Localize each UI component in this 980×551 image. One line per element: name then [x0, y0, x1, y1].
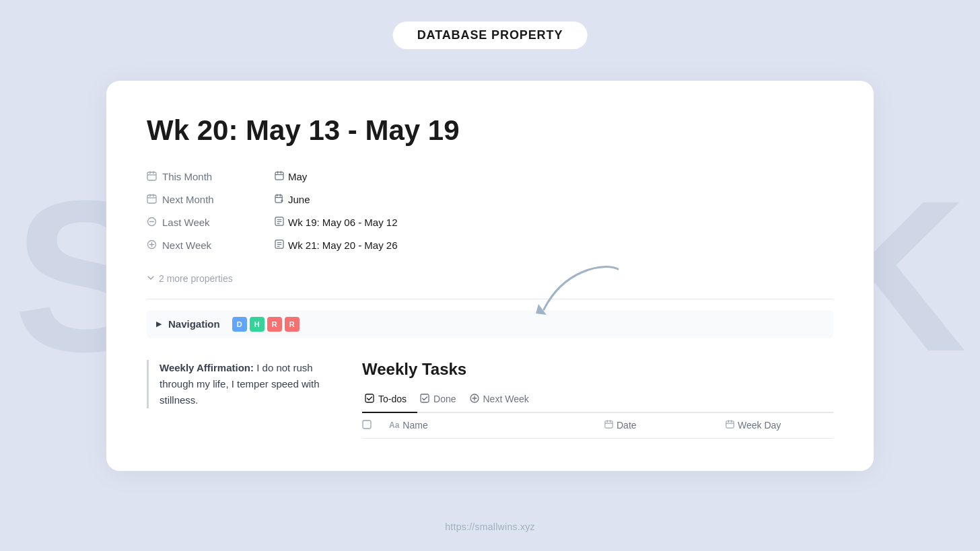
th-check [362, 420, 389, 431]
weekly-tasks-section: Weekly Tasks To-dos Done [362, 360, 833, 439]
weekly-tasks-title: Weekly Tasks [362, 360, 833, 379]
top-label: DATABASE PROPERTY [393, 22, 588, 49]
main-card: Wk 20: May 13 - May 19 This Month [106, 81, 874, 471]
tab-done-label: Done [433, 394, 456, 404]
val-icon-next-month [275, 194, 284, 205]
divider-1 [147, 299, 833, 299]
svg-rect-8 [147, 195, 156, 203]
prop-value-next-month: June [275, 194, 310, 205]
avatar-r2: R [285, 317, 300, 332]
property-row-this-month: This Month May [147, 166, 833, 188]
th-name: Aa Name [389, 420, 604, 431]
tab-todos-icon [365, 394, 374, 405]
navigation-row[interactable]: ▶ Navigation D H R R [147, 310, 833, 338]
calendar-icon-next-month [147, 194, 157, 206]
prop-label-text-next-week: Next Week [162, 240, 211, 251]
val-text-this-month: May [288, 171, 307, 182]
svg-rect-34 [363, 420, 371, 429]
prop-label-next-month: Next Month [147, 194, 275, 206]
prop-label-last-week: Last Week [147, 217, 275, 229]
svg-rect-0 [147, 172, 156, 180]
val-text-next-week: Wk 21: May 20 - May 26 [288, 240, 398, 251]
footer-url: https://smallwins.xyz [445, 521, 534, 532]
val-text-next-month: June [288, 194, 310, 205]
calendar-icon-this-month [147, 171, 157, 183]
tab-done[interactable]: Done [417, 388, 466, 413]
th-date: Date [604, 420, 726, 431]
page-title: Wk 20: May 13 - May 19 [147, 114, 833, 147]
tab-next-week-icon [470, 394, 479, 405]
tab-todos-label: To-dos [378, 394, 407, 404]
affirmation-bold: Weekly Affirmation: [160, 362, 254, 373]
bottom-section: Weekly Affirmation: I do not rush throug… [147, 360, 833, 439]
avatar-d: D [232, 317, 247, 332]
prop-label-text-next-month: Next Month [162, 194, 214, 205]
nav-triangle-icon: ▶ [156, 320, 162, 328]
th-date-icon [604, 420, 613, 431]
properties-section: This Month May [147, 166, 833, 257]
prop-label-text-last-week: Last Week [162, 217, 210, 228]
val-icon-next-week [275, 240, 284, 251]
svg-rect-35 [605, 421, 612, 428]
task-tabs: To-dos Done Next Week [362, 388, 833, 413]
th-name-icon: Aa [389, 420, 399, 430]
prop-label-text-this-month: This Month [162, 171, 212, 182]
val-icon-this-month [275, 171, 284, 182]
affirmation-text: Weekly Affirmation: I do not rush throug… [160, 360, 335, 408]
prop-value-last-week: Wk 19: May 06 - May 12 [275, 217, 398, 228]
val-icon-last-week [275, 217, 284, 228]
nav-label-text: Navigation [168, 318, 220, 330]
tab-next-week-label: Next Week [483, 394, 529, 404]
svg-rect-39 [726, 421, 734, 428]
svg-rect-30 [421, 394, 429, 402]
affirmation-block: Weekly Affirmation: I do not rush throug… [147, 360, 335, 408]
svg-rect-4 [275, 172, 283, 180]
property-row-next-month: Next Month June [147, 188, 833, 211]
prop-label-next-week: Next Week [147, 240, 275, 252]
prop-label-this-month: This Month [147, 171, 275, 183]
prop-value-next-week: Wk 21: May 20 - May 26 [275, 240, 398, 251]
more-properties-toggle[interactable]: 2 more properties [147, 269, 833, 288]
property-row-next-week: Next Week Wk 21: May 20 - May 26 [147, 234, 833, 257]
prop-value-this-month: May [275, 171, 307, 182]
val-text-last-week: Wk 19: May 06 - May 12 [288, 217, 398, 228]
th-name-label: Name [403, 420, 427, 431]
svg-rect-12 [275, 195, 282, 203]
chevron-down-icon [147, 273, 155, 284]
svg-rect-29 [365, 394, 374, 402]
th-weekday-icon [726, 420, 734, 431]
tab-todos[interactable]: To-dos [362, 388, 417, 413]
avatar-h: H [250, 317, 265, 332]
task-table-header: Aa Name Date Week Day [362, 413, 833, 439]
th-date-label: Date [617, 420, 637, 431]
more-properties-text: 2 more properties [159, 273, 233, 284]
plus-circle-icon-next-week [147, 240, 157, 252]
th-weekday: Week Day [726, 420, 833, 431]
tab-done-icon [420, 394, 429, 405]
th-weekday-label: Week Day [738, 420, 781, 431]
property-row-last-week: Last Week Wk 19: May 06 - May 12 [147, 211, 833, 234]
nav-avatars: D H R R [232, 317, 300, 332]
tab-next-week[interactable]: Next Week [467, 388, 540, 413]
minus-circle-icon-last-week [147, 217, 157, 229]
avatar-r1: R [267, 317, 282, 332]
